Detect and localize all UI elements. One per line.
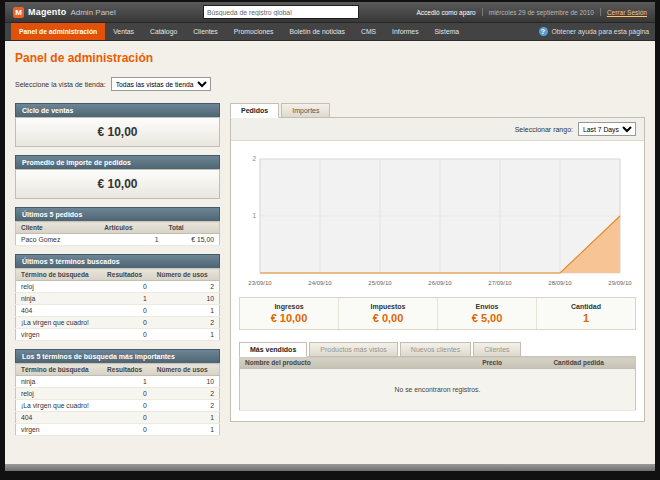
logout-link[interactable]: Cerrar Sesión (607, 9, 647, 16)
cell-resultados: 0 (102, 424, 152, 436)
cell-cliente: Paco Gomez (16, 234, 100, 246)
cell-usos: 2 (152, 317, 220, 329)
cell-usos: 2 (152, 281, 220, 293)
cell-termino: virgen (16, 329, 103, 341)
table-row[interactable]: Paco Gomez 1 € 15,00 (16, 234, 220, 246)
lifetime-sales-value: € 10,00 (15, 117, 220, 147)
cell-usos: 2 (152, 400, 220, 412)
tab-pedidos[interactable]: Pedidos (230, 103, 279, 118)
page-help-label: Obtener ayuda para esta página (552, 28, 650, 35)
cell-usos: 1 (152, 412, 220, 424)
cell-termino: virgen (16, 424, 103, 436)
table-row[interactable]: 404 0 1 (16, 305, 220, 317)
cell-resultados: 1 (102, 376, 152, 388)
cell-termino: 404 (16, 305, 103, 317)
average-orders-header: Promedio de importe de pedidos (15, 155, 220, 169)
cell-usos: 1 (152, 424, 220, 436)
orders-chart: 1223/09/1024/09/1025/09/1026/09/1027/09/… (231, 141, 644, 289)
col-cantidad-pedida: Cantidad pedida (548, 357, 635, 369)
svg-text:1: 1 (252, 212, 256, 219)
nav-item-promotions[interactable]: Promociones (226, 23, 282, 40)
cell-termino: 404 (16, 412, 103, 424)
nav-item-system[interactable]: Sistema (427, 23, 468, 40)
range-row: Seleccionar rango: Last 7 Days (231, 118, 644, 141)
empty-message: No se encontraron registros. (240, 369, 636, 411)
range-select[interactable]: Last 7 Days (578, 122, 636, 136)
page-help-link[interactable]: ? Obtener ayuda para esta página (539, 23, 650, 40)
empty-row: No se encontraron registros. (240, 369, 636, 411)
table-row[interactable]: reloj 0 2 (16, 388, 220, 400)
cell-resultados: 0 (102, 329, 152, 341)
orders-panel: Seleccionar rango: Last 7 Days 1223/09/1… (230, 117, 645, 422)
magento-logo[interactable]: M Magento Admin Panel (13, 7, 203, 18)
grids-tabs: Más vendidos Productos más vistos Nuevos… (239, 342, 636, 357)
svg-text:23/09/10: 23/09/10 (248, 280, 272, 286)
col-articulos: Artículos (99, 222, 163, 234)
dashboard-main: Pedidos Importes Seleccionar rango: Last… (230, 103, 645, 422)
dashboard-sidebar: Ciclo de ventas € 10,00 Promedio de impo… (15, 103, 220, 436)
stat-ingresos: Ingresos € 10,00 (240, 298, 338, 329)
session-info: Accedió como aparo miércoles 29 de septi… (416, 8, 647, 16)
cell-termino: ¡La virgen que cuadro! (16, 317, 103, 329)
col-usos: Número de usos (152, 269, 220, 281)
average-orders-card: Promedio de importe de pedidos € 10,00 (15, 155, 220, 199)
stat-label: Cantidad (537, 303, 635, 310)
cell-usos: 1 (152, 329, 220, 341)
tab-nuevos-clientes[interactable]: Nuevos clientes (400, 342, 471, 357)
logged-in-as-text: Accedió como aparo (416, 9, 475, 16)
store-view-label: Seleccione la vista de tienda: (15, 81, 106, 88)
col-cliente: Cliente (16, 222, 100, 234)
cell-usos: 2 (152, 388, 220, 400)
totals-row: Ingresos € 10,00 Impuestos € 0,00 Envíos… (239, 297, 636, 330)
stat-label: Ingresos (240, 303, 338, 310)
last-orders-card: Últimos 5 pedidos Cliente Artículos Tota… (15, 207, 220, 246)
tab-importes[interactable]: Importes (281, 103, 330, 118)
diagram-tabs: Pedidos Importes (230, 103, 645, 118)
global-search-input[interactable] (203, 5, 359, 19)
nav-item-cms[interactable]: CMS (353, 23, 384, 40)
top-search-card: Los 5 términos de búsqueda más important… (15, 349, 220, 436)
stat-cantidad: Cantidad 1 (536, 298, 635, 329)
svg-text:29/09/10: 29/09/10 (608, 280, 632, 286)
col-termino: Término de búsqueda (16, 269, 103, 281)
table-row[interactable]: virgen 0 1 (16, 329, 220, 341)
current-date-text: miércoles 29 de septiembre de 2010 (489, 9, 594, 16)
col-total: Total (164, 222, 220, 234)
nav-item-customers[interactable]: Clientes (185, 23, 226, 40)
lifetime-sales-card: Ciclo de ventas € 10,00 (15, 103, 220, 147)
cell-total: € 15,00 (164, 234, 220, 246)
page-title: Panel de administración (15, 51, 645, 65)
tab-productos-mas-vistos[interactable]: Productos más vistos (309, 342, 398, 357)
stat-label: Impuestos (339, 303, 437, 310)
svg-text:26/09/10: 26/09/10 (428, 280, 452, 286)
tab-clientes[interactable]: Clientes (473, 342, 520, 357)
nav-item-sales[interactable]: Ventas (105, 23, 142, 40)
table-row[interactable]: ¡La virgen que cuadro! 0 2 (16, 400, 220, 412)
admin-window: M Magento Admin Panel Accedió como aparo… (5, 2, 655, 464)
last-orders-table: Cliente Artículos Total Paco Gomez 1 € 1… (15, 221, 220, 246)
tab-mas-vendidos[interactable]: Más vendidos (239, 342, 307, 357)
stat-value: € 5,00 (438, 312, 536, 324)
table-row[interactable]: reloj 0 2 (16, 281, 220, 293)
col-resultados: Resultados (102, 364, 152, 376)
table-row[interactable]: ninja 1 10 (16, 376, 220, 388)
stat-value: 1 (537, 312, 635, 324)
svg-text:24/09/10: 24/09/10 (308, 280, 332, 286)
table-row[interactable]: 404 0 1 (16, 412, 220, 424)
svg-text:28/09/10: 28/09/10 (548, 280, 572, 286)
table-row[interactable]: ¡La virgen que cuadro! 0 2 (16, 317, 220, 329)
cell-resultados: 1 (102, 293, 152, 305)
top-bar: M Magento Admin Panel Accedió como aparo… (5, 2, 655, 23)
table-row[interactable]: virgen 0 1 (16, 424, 220, 436)
brand-suffix: Admin Panel (70, 8, 115, 17)
average-orders-value: € 10,00 (15, 169, 220, 199)
col-nombre-producto: Nombre del producto (240, 357, 478, 369)
nav-item-reports[interactable]: Informes (384, 23, 426, 40)
stat-value: € 10,00 (240, 312, 338, 324)
table-row[interactable]: ninja 1 10 (16, 293, 220, 305)
store-view-select[interactable]: Todas las vistas de tienda (111, 77, 211, 91)
nav-item-catalog[interactable]: Catálogo (142, 23, 185, 40)
nav-item-newsletter[interactable]: Boletín de noticias (281, 23, 353, 40)
nav-item-dashboard[interactable]: Panel de administración (11, 23, 105, 40)
cell-resultados: 0 (102, 305, 152, 317)
